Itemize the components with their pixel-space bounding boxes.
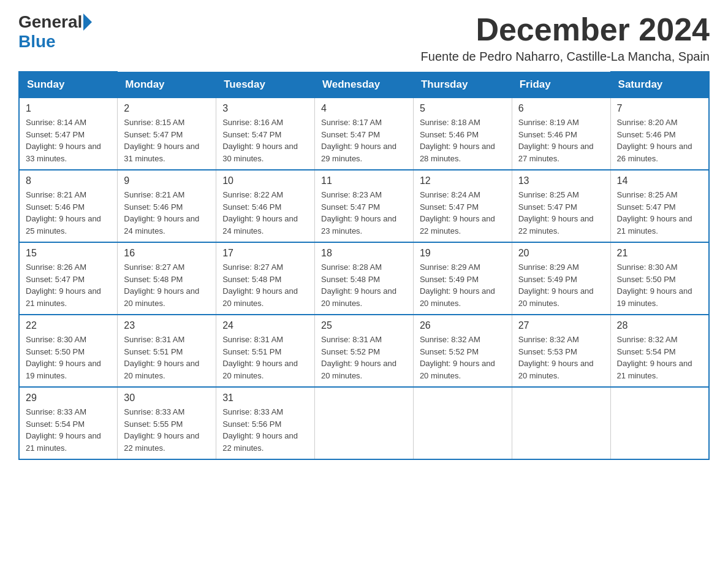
weekday-header-saturday: Saturday: [610, 72, 709, 98]
calendar-day-cell: 16 Sunrise: 8:27 AM Sunset: 5:48 PM Dayl…: [118, 242, 216, 315]
day-number: 14: [617, 175, 702, 186]
calendar-day-cell: 21 Sunrise: 8:30 AM Sunset: 5:50 PM Dayl…: [610, 242, 709, 315]
calendar-day-cell: 11 Sunrise: 8:23 AM Sunset: 5:47 PM Dayl…: [315, 170, 414, 242]
day-number: 12: [420, 175, 506, 186]
day-info: Sunrise: 8:33 AM Sunset: 5:54 PM Dayligh…: [26, 406, 111, 454]
calendar-day-cell: 14 Sunrise: 8:25 AM Sunset: 5:47 PM Dayl…: [610, 170, 709, 242]
calendar-day-cell: 15 Sunrise: 8:26 AM Sunset: 5:47 PM Dayl…: [19, 242, 118, 315]
day-info: Sunrise: 8:19 AM Sunset: 5:46 PM Dayligh…: [518, 117, 604, 164]
day-info: Sunrise: 8:33 AM Sunset: 5:56 PM Dayligh…: [222, 406, 308, 454]
calendar-day-cell: 26 Sunrise: 8:32 AM Sunset: 5:52 PM Dayl…: [413, 315, 512, 387]
day-number: 1: [26, 103, 111, 114]
day-number: 2: [124, 103, 210, 114]
calendar-table: SundayMondayTuesdayWednesdayThursdayFrid…: [18, 71, 710, 460]
day-info: Sunrise: 8:25 AM Sunset: 5:47 PM Dayligh…: [518, 189, 604, 237]
day-info: Sunrise: 8:14 AM Sunset: 5:47 PM Dayligh…: [26, 117, 111, 164]
calendar-day-cell: 20 Sunrise: 8:29 AM Sunset: 5:49 PM Dayl…: [512, 242, 610, 315]
weekday-header-thursday: Thursday: [413, 72, 512, 98]
weekday-header-sunday: Sunday: [19, 72, 118, 98]
calendar-day-cell: 3 Sunrise: 8:16 AM Sunset: 5:47 PM Dayli…: [216, 98, 315, 170]
day-info: Sunrise: 8:32 AM Sunset: 5:52 PM Dayligh…: [420, 334, 506, 381]
day-info: Sunrise: 8:29 AM Sunset: 5:49 PM Dayligh…: [518, 261, 604, 309]
day-info: Sunrise: 8:28 AM Sunset: 5:48 PM Dayligh…: [321, 261, 407, 309]
day-number: 9: [124, 175, 210, 186]
page-header: General Blue December 2024 Fuente de Ped…: [18, 12, 710, 64]
day-info: Sunrise: 8:21 AM Sunset: 5:46 PM Dayligh…: [26, 189, 111, 237]
day-info: Sunrise: 8:31 AM Sunset: 5:51 PM Dayligh…: [124, 334, 210, 381]
logo: General Blue: [18, 12, 93, 52]
day-info: Sunrise: 8:27 AM Sunset: 5:48 PM Dayligh…: [222, 261, 308, 309]
day-number: 30: [124, 393, 210, 404]
weekday-header-friday: Friday: [512, 72, 610, 98]
calendar-empty-cell: [610, 387, 709, 459]
day-info: Sunrise: 8:26 AM Sunset: 5:47 PM Dayligh…: [26, 261, 111, 309]
calendar-day-cell: 13 Sunrise: 8:25 AM Sunset: 5:47 PM Dayl…: [512, 170, 610, 242]
title-section: December 2024 Fuente de Pedro Naharro, C…: [421, 12, 710, 64]
calendar-day-cell: 7 Sunrise: 8:20 AM Sunset: 5:46 PM Dayli…: [610, 98, 709, 170]
calendar-day-cell: 1 Sunrise: 8:14 AM Sunset: 5:47 PM Dayli…: [19, 98, 118, 170]
calendar-week-row: 29 Sunrise: 8:33 AM Sunset: 5:54 PM Dayl…: [19, 387, 709, 459]
calendar-day-cell: 24 Sunrise: 8:31 AM Sunset: 5:51 PM Dayl…: [216, 315, 315, 387]
day-info: Sunrise: 8:17 AM Sunset: 5:47 PM Dayligh…: [321, 117, 407, 164]
day-number: 20: [518, 248, 604, 259]
calendar-day-cell: 9 Sunrise: 8:21 AM Sunset: 5:46 PM Dayli…: [118, 170, 216, 242]
day-number: 16: [124, 248, 210, 259]
day-number: 29: [26, 393, 111, 404]
day-number: 31: [222, 393, 308, 404]
calendar-day-cell: 10 Sunrise: 8:22 AM Sunset: 5:46 PM Dayl…: [216, 170, 315, 242]
calendar-week-row: 1 Sunrise: 8:14 AM Sunset: 5:47 PM Dayli…: [19, 98, 709, 170]
day-info: Sunrise: 8:32 AM Sunset: 5:53 PM Dayligh…: [518, 334, 604, 381]
day-number: 6: [518, 103, 604, 114]
calendar-week-row: 22 Sunrise: 8:30 AM Sunset: 5:50 PM Dayl…: [19, 315, 709, 387]
calendar-day-cell: 29 Sunrise: 8:33 AM Sunset: 5:54 PM Dayl…: [19, 387, 118, 459]
calendar-day-cell: 25 Sunrise: 8:31 AM Sunset: 5:52 PM Dayl…: [315, 315, 414, 387]
logo-arrow-icon: [83, 13, 92, 31]
day-number: 23: [124, 320, 210, 331]
logo-general: General: [18, 12, 82, 32]
calendar-day-cell: 31 Sunrise: 8:33 AM Sunset: 5:56 PM Dayl…: [216, 387, 315, 459]
day-info: Sunrise: 8:30 AM Sunset: 5:50 PM Dayligh…: [26, 334, 111, 381]
day-info: Sunrise: 8:29 AM Sunset: 5:49 PM Dayligh…: [420, 261, 506, 309]
calendar-week-row: 8 Sunrise: 8:21 AM Sunset: 5:46 PM Dayli…: [19, 170, 709, 242]
day-info: Sunrise: 8:32 AM Sunset: 5:54 PM Dayligh…: [617, 334, 702, 381]
weekday-header-monday: Monday: [118, 72, 216, 98]
calendar-day-cell: 5 Sunrise: 8:18 AM Sunset: 5:46 PM Dayli…: [413, 98, 512, 170]
day-number: 25: [321, 320, 407, 331]
calendar-day-cell: 17 Sunrise: 8:27 AM Sunset: 5:48 PM Dayl…: [216, 242, 315, 315]
day-info: Sunrise: 8:21 AM Sunset: 5:46 PM Dayligh…: [124, 189, 210, 237]
day-info: Sunrise: 8:30 AM Sunset: 5:50 PM Dayligh…: [617, 261, 702, 309]
calendar-day-cell: 6 Sunrise: 8:19 AM Sunset: 5:46 PM Dayli…: [512, 98, 610, 170]
month-title: December 2024: [421, 12, 710, 47]
calendar-day-cell: 30 Sunrise: 8:33 AM Sunset: 5:55 PM Dayl…: [118, 387, 216, 459]
location-title: Fuente de Pedro Naharro, Castille-La Man…: [421, 50, 710, 64]
day-info: Sunrise: 8:31 AM Sunset: 5:52 PM Dayligh…: [321, 334, 407, 381]
weekday-header-row: SundayMondayTuesdayWednesdayThursdayFrid…: [19, 72, 709, 98]
day-info: Sunrise: 8:15 AM Sunset: 5:47 PM Dayligh…: [124, 117, 210, 164]
weekday-header-tuesday: Tuesday: [216, 72, 315, 98]
day-info: Sunrise: 8:25 AM Sunset: 5:47 PM Dayligh…: [617, 189, 702, 237]
calendar-day-cell: 4 Sunrise: 8:17 AM Sunset: 5:47 PM Dayli…: [315, 98, 414, 170]
day-info: Sunrise: 8:24 AM Sunset: 5:47 PM Dayligh…: [420, 189, 506, 237]
calendar-day-cell: 8 Sunrise: 8:21 AM Sunset: 5:46 PM Dayli…: [19, 170, 118, 242]
calendar-day-cell: 18 Sunrise: 8:28 AM Sunset: 5:48 PM Dayl…: [315, 242, 414, 315]
calendar-day-cell: 2 Sunrise: 8:15 AM Sunset: 5:47 PM Dayli…: [118, 98, 216, 170]
day-number: 10: [222, 175, 308, 186]
calendar-day-cell: 23 Sunrise: 8:31 AM Sunset: 5:51 PM Dayl…: [118, 315, 216, 387]
calendar-day-cell: 19 Sunrise: 8:29 AM Sunset: 5:49 PM Dayl…: [413, 242, 512, 315]
calendar-day-cell: 22 Sunrise: 8:30 AM Sunset: 5:50 PM Dayl…: [19, 315, 118, 387]
day-number: 7: [617, 103, 702, 114]
day-number: 27: [518, 320, 604, 331]
day-number: 24: [222, 320, 308, 331]
calendar-empty-cell: [315, 387, 414, 459]
day-info: Sunrise: 8:20 AM Sunset: 5:46 PM Dayligh…: [617, 117, 702, 164]
calendar-empty-cell: [512, 387, 610, 459]
day-number: 13: [518, 175, 604, 186]
day-number: 18: [321, 248, 407, 259]
weekday-header-wednesday: Wednesday: [315, 72, 414, 98]
day-number: 22: [26, 320, 111, 331]
logo-blue: Blue: [18, 32, 56, 52]
day-info: Sunrise: 8:22 AM Sunset: 5:46 PM Dayligh…: [222, 189, 308, 237]
day-info: Sunrise: 8:16 AM Sunset: 5:47 PM Dayligh…: [222, 117, 308, 164]
day-number: 5: [420, 103, 506, 114]
day-number: 11: [321, 175, 407, 186]
